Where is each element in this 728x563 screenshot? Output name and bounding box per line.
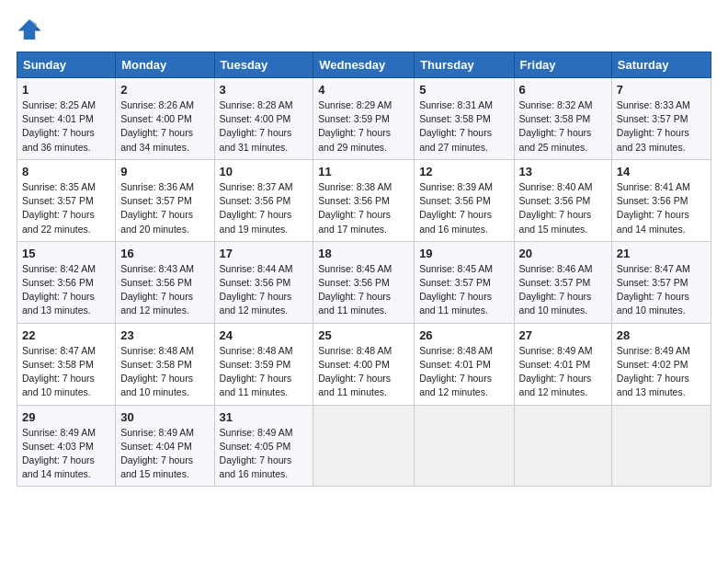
day-number: 24: [220, 328, 309, 342]
day-info: Sunrise: 8:28 AMSunset: 4:00 PMDaylight:…: [220, 98, 309, 155]
day-info: Sunrise: 8:49 AMSunset: 4:05 PMDaylight:…: [220, 426, 309, 482]
day-info: Sunrise: 8:48 AMSunset: 3:59 PMDaylight:…: [220, 344, 309, 400]
calendar-cell: 9Sunrise: 8:36 AMSunset: 3:57 PMDaylight…: [116, 159, 214, 241]
calendar-week-4: 22Sunrise: 8:47 AMSunset: 3:58 PMDayligh…: [17, 323, 711, 405]
day-number: 25: [318, 328, 409, 342]
calendar-cell: 23Sunrise: 8:48 AMSunset: 3:58 PMDayligh…: [116, 323, 214, 405]
day-info: Sunrise: 8:31 AMSunset: 3:58 PMDaylight:…: [419, 98, 508, 155]
day-info: Sunrise: 8:35 AMSunset: 3:57 PMDaylight:…: [22, 180, 110, 236]
calendar-cell: 25Sunrise: 8:48 AMSunset: 4:00 PMDayligh…: [313, 323, 415, 405]
day-info: Sunrise: 8:33 AMSunset: 3:57 PMDaylight:…: [617, 98, 706, 155]
day-number: 21: [617, 247, 706, 260]
day-info: Sunrise: 8:32 AMSunset: 3:58 PMDaylight:…: [519, 98, 607, 155]
calendar-cell: [415, 405, 514, 487]
day-number: 7: [617, 83, 706, 97]
day-info: Sunrise: 8:40 AMSunset: 3:56 PMDaylight:…: [519, 180, 607, 236]
day-info: Sunrise: 8:46 AMSunset: 3:57 PMDaylight:…: [519, 262, 607, 318]
calendar-cell: 20Sunrise: 8:46 AMSunset: 3:57 PMDayligh…: [514, 241, 611, 323]
day-number: 28: [617, 328, 706, 342]
calendar-cell: 12Sunrise: 8:39 AMSunset: 3:56 PMDayligh…: [415, 159, 514, 241]
day-info: Sunrise: 8:45 AMSunset: 3:56 PMDaylight:…: [318, 262, 409, 318]
day-info: Sunrise: 8:43 AMSunset: 3:56 PMDaylight:…: [120, 262, 209, 318]
day-number: 11: [318, 165, 409, 178]
day-number: 26: [419, 328, 508, 342]
calendar-cell: 4Sunrise: 8:29 AMSunset: 3:59 PMDaylight…: [313, 78, 415, 160]
calendar-cell: 15Sunrise: 8:42 AMSunset: 3:56 PMDayligh…: [17, 241, 116, 323]
logo-icon: [17, 17, 42, 42]
day-number: 17: [220, 247, 309, 260]
day-number: 19: [419, 247, 508, 260]
calendar-cell: [611, 405, 711, 487]
calendar-cell: 31Sunrise: 8:49 AMSunset: 4:05 PMDayligh…: [214, 405, 313, 487]
day-info: Sunrise: 8:29 AMSunset: 3:59 PMDaylight:…: [318, 98, 409, 155]
calendar-cell: 19Sunrise: 8:45 AMSunset: 3:57 PMDayligh…: [415, 241, 514, 323]
calendar: SundayMondayTuesdayWednesdayThursdayFrid…: [17, 52, 711, 487]
calendar-cell: 8Sunrise: 8:35 AMSunset: 3:57 PMDaylight…: [17, 159, 116, 241]
day-info: Sunrise: 8:47 AMSunset: 3:57 PMDaylight:…: [617, 262, 706, 318]
day-info: Sunrise: 8:42 AMSunset: 3:56 PMDaylight:…: [22, 262, 110, 318]
day-info: Sunrise: 8:49 AMSunset: 4:03 PMDaylight:…: [22, 426, 110, 482]
logo: [17, 17, 46, 42]
day-number: 22: [22, 328, 110, 342]
calendar-cell: 6Sunrise: 8:32 AMSunset: 3:58 PMDaylight…: [514, 78, 611, 160]
calendar-cell: 18Sunrise: 8:45 AMSunset: 3:56 PMDayligh…: [313, 241, 415, 323]
day-header-thursday: Thursday: [415, 52, 514, 78]
day-number: 27: [519, 328, 607, 342]
day-number: 6: [519, 83, 607, 97]
calendar-cell: 10Sunrise: 8:37 AMSunset: 3:56 PMDayligh…: [214, 159, 313, 241]
day-info: Sunrise: 8:47 AMSunset: 3:58 PMDaylight:…: [22, 344, 110, 400]
calendar-cell: 2Sunrise: 8:26 AMSunset: 4:00 PMDaylight…: [116, 78, 214, 160]
day-info: Sunrise: 8:26 AMSunset: 4:00 PMDaylight:…: [120, 98, 209, 155]
day-number: 13: [519, 165, 607, 178]
calendar-cell: 7Sunrise: 8:33 AMSunset: 3:57 PMDaylight…: [611, 78, 711, 160]
day-number: 3: [220, 83, 309, 97]
day-number: 9: [120, 165, 209, 178]
day-header-wednesday: Wednesday: [313, 52, 415, 78]
day-number: 18: [318, 247, 409, 260]
day-header-sunday: Sunday: [17, 52, 116, 78]
day-info: Sunrise: 8:37 AMSunset: 3:56 PMDaylight:…: [220, 180, 309, 236]
calendar-cell: 1Sunrise: 8:25 AMSunset: 4:01 PMDaylight…: [17, 78, 116, 160]
day-number: 10: [220, 165, 309, 178]
calendar-week-3: 15Sunrise: 8:42 AMSunset: 3:56 PMDayligh…: [17, 241, 711, 323]
day-number: 31: [220, 410, 309, 424]
day-info: Sunrise: 8:49 AMSunset: 4:01 PMDaylight:…: [519, 344, 607, 400]
calendar-cell: [514, 405, 611, 487]
day-number: 4: [318, 83, 409, 97]
calendar-cell: 26Sunrise: 8:48 AMSunset: 4:01 PMDayligh…: [415, 323, 514, 405]
day-number: 8: [22, 165, 110, 178]
calendar-cell: 27Sunrise: 8:49 AMSunset: 4:01 PMDayligh…: [514, 323, 611, 405]
day-header-monday: Monday: [116, 52, 214, 78]
calendar-cell: 11Sunrise: 8:38 AMSunset: 3:56 PMDayligh…: [313, 159, 415, 241]
day-info: Sunrise: 8:48 AMSunset: 4:00 PMDaylight:…: [318, 344, 409, 400]
day-info: Sunrise: 8:25 AMSunset: 4:01 PMDaylight:…: [22, 98, 110, 155]
calendar-header-row: SundayMondayTuesdayWednesdayThursdayFrid…: [17, 52, 711, 78]
calendar-cell: 16Sunrise: 8:43 AMSunset: 3:56 PMDayligh…: [116, 241, 214, 323]
calendar-cell: 14Sunrise: 8:41 AMSunset: 3:56 PMDayligh…: [611, 159, 711, 241]
calendar-cell: 5Sunrise: 8:31 AMSunset: 3:58 PMDaylight…: [415, 78, 514, 160]
calendar-week-5: 29Sunrise: 8:49 AMSunset: 4:03 PMDayligh…: [17, 405, 711, 487]
calendar-cell: 13Sunrise: 8:40 AMSunset: 3:56 PMDayligh…: [514, 159, 611, 241]
day-header-tuesday: Tuesday: [214, 52, 313, 78]
day-number: 16: [120, 247, 209, 260]
day-info: Sunrise: 8:48 AMSunset: 4:01 PMDaylight:…: [419, 344, 508, 400]
day-info: Sunrise: 8:49 AMSunset: 4:02 PMDaylight:…: [617, 344, 706, 400]
calendar-cell: 22Sunrise: 8:47 AMSunset: 3:58 PMDayligh…: [17, 323, 116, 405]
day-number: 20: [519, 247, 607, 260]
day-info: Sunrise: 8:49 AMSunset: 4:04 PMDaylight:…: [120, 426, 209, 482]
day-info: Sunrise: 8:41 AMSunset: 3:56 PMDaylight:…: [617, 180, 706, 236]
day-number: 30: [120, 410, 209, 424]
calendar-cell: 21Sunrise: 8:47 AMSunset: 3:57 PMDayligh…: [611, 241, 711, 323]
day-number: 1: [22, 83, 110, 97]
day-header-friday: Friday: [514, 52, 611, 78]
calendar-cell: 30Sunrise: 8:49 AMSunset: 4:04 PMDayligh…: [116, 405, 214, 487]
calendar-week-1: 1Sunrise: 8:25 AMSunset: 4:01 PMDaylight…: [17, 78, 711, 160]
day-number: 14: [617, 165, 706, 178]
calendar-cell: 3Sunrise: 8:28 AMSunset: 4:00 PMDaylight…: [214, 78, 313, 160]
day-number: 12: [419, 165, 508, 178]
day-number: 15: [22, 247, 110, 260]
day-info: Sunrise: 8:44 AMSunset: 3:56 PMDaylight:…: [220, 262, 309, 318]
header: [17, 17, 711, 42]
day-number: 29: [22, 410, 110, 424]
calendar-week-2: 8Sunrise: 8:35 AMSunset: 3:57 PMDaylight…: [17, 159, 711, 241]
